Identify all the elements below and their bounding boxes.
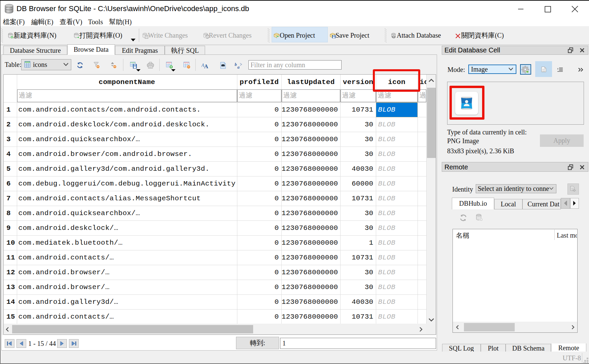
svg-text:b: b <box>235 62 237 67</box>
svg-text:A: A <box>204 63 208 69</box>
svg-text:a: a <box>237 65 240 69</box>
